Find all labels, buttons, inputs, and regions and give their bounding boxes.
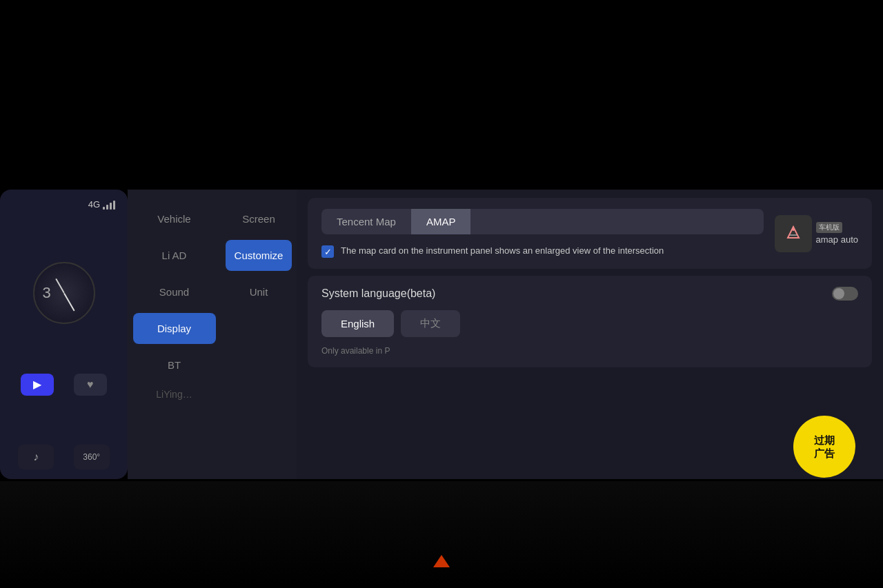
language-toggle-group: English 中文	[321, 310, 858, 337]
sub-nav: Screen Customize Unit	[221, 190, 297, 479]
watermark-line1: 过期	[814, 434, 835, 447]
clock-face: 3	[33, 262, 95, 324]
map-toggle-group: Tencent Map AMAP	[321, 209, 764, 234]
signal-area: 4G	[6, 196, 122, 210]
language-section: System language(beta) English 中文 Only av…	[308, 276, 872, 367]
amap-logo: 车机版 amap auto	[775, 215, 858, 252]
signal-label: 4G	[88, 199, 100, 210]
tab-screen[interactable]: Screen	[226, 203, 292, 234]
sidebar-item-liying[interactable]: LiYing…	[133, 386, 216, 409]
language-toggle[interactable]	[832, 287, 858, 301]
bottom-black-area	[0, 481, 883, 588]
media-controls: ▶ ♥	[6, 374, 122, 396]
map-checkbox-area: ✓ The map card on the instrument panel s…	[321, 244, 764, 258]
clock-number: 3	[43, 284, 51, 302]
language-title: System language(beta)	[321, 287, 435, 300]
svg-point-1	[792, 228, 795, 231]
intersection-checkbox[interactable]: ✓	[321, 245, 334, 258]
heart-icon: ♥	[87, 378, 94, 391]
english-button[interactable]: English	[321, 310, 394, 337]
music-button[interactable]: ♪	[18, 445, 54, 469]
amap-icon	[775, 215, 812, 252]
map-description: The map card on the instrument panel sho…	[341, 244, 664, 258]
amap-svg-icon	[780, 220, 807, 247]
amap-button[interactable]: AMAP	[411, 209, 471, 234]
amap-badge: 车机版	[816, 222, 842, 233]
tab-unit[interactable]: Unit	[226, 276, 292, 307]
play-button[interactable]: ▶	[21, 374, 54, 396]
tab-customize[interactable]: Customize	[226, 240, 292, 271]
main-panel: 4G 3 ▶ ♥ ♪	[0, 190, 883, 481]
play-icon: ▶	[33, 378, 41, 391]
language-header: System language(beta)	[321, 287, 858, 301]
bottom-controls: ♪ 360°	[6, 445, 122, 469]
signal-bars	[103, 200, 115, 210]
clock-hour-hand	[55, 278, 65, 294]
tencent-map-button[interactable]: Tencent Map	[321, 209, 411, 234]
watermark-badge: 过期 广告	[793, 416, 855, 478]
checkmark-icon: ✓	[324, 247, 332, 256]
clock-minute-hand	[63, 293, 75, 312]
left-widget: 4G 3 ▶ ♥ ♪	[0, 190, 128, 479]
top-black-area	[0, 0, 883, 190]
music-icon: ♪	[33, 451, 39, 463]
sidebar-item-sound[interactable]: Sound	[133, 276, 216, 307]
sidebar-item-vehicle[interactable]: Vehicle	[133, 203, 216, 234]
settings-nav: Vehicle Li AD Sound Display BT LiYing…	[128, 190, 221, 479]
sidebar-item-li-ad[interactable]: Li AD	[133, 240, 216, 271]
sidebar-item-display[interactable]: Display	[133, 313, 216, 344]
toggle-knob	[833, 288, 844, 299]
map-section: Tencent Map AMAP ✓ The map card on the i…	[308, 198, 872, 269]
view360-button[interactable]: 360°	[74, 445, 110, 469]
watermark-line2: 广告	[814, 447, 835, 460]
language-note: Only available in P	[321, 346, 390, 356]
view360-label: 360°	[83, 452, 100, 462]
amap-name: amap auto	[816, 234, 858, 245]
chinese-button[interactable]: 中文	[401, 310, 460, 337]
amap-text-block: 车机版 amap auto	[816, 222, 858, 245]
triangle-indicator	[433, 555, 450, 567]
sidebar-item-bt[interactable]: BT	[133, 349, 216, 381]
heart-button[interactable]: ♥	[74, 374, 107, 396]
signal-indicator: 4G	[88, 199, 115, 210]
